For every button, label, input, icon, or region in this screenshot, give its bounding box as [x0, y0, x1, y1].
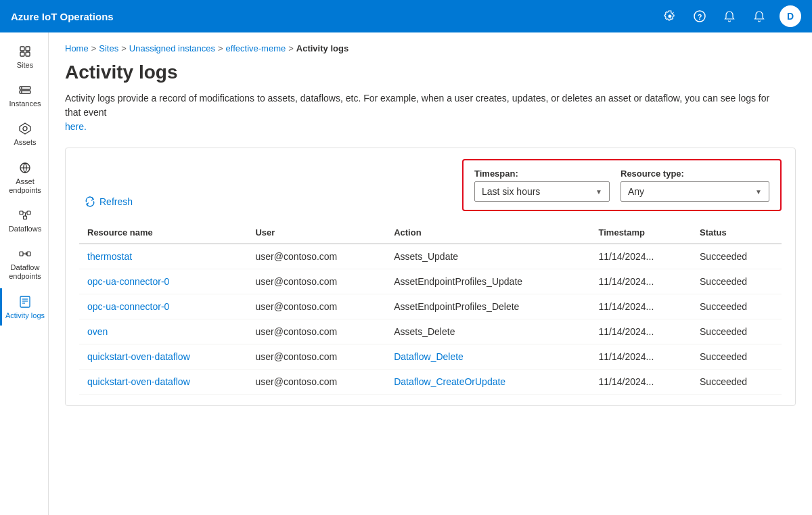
- cell-resource-name: oven: [79, 319, 247, 344]
- notification-silent-icon[interactable]: [720, 7, 739, 26]
- activity-log-table: Resource name User Action Timestamp Stat…: [79, 222, 782, 395]
- resource-name-link[interactable]: opc-ua-connector-0: [87, 301, 169, 312]
- cell-user: user@contoso.com: [247, 294, 386, 319]
- cell-resource-name: quickstart-oven-dataflow: [79, 370, 247, 395]
- timespan-chevron-icon: ▼: [595, 188, 602, 196]
- cell-action: AssetEndpointProfiles_Update: [386, 269, 590, 294]
- cell-resource-name: thermostat: [79, 244, 247, 269]
- resource-name-link[interactable]: quickstart-oven-dataflow: [87, 351, 190, 362]
- table-row: thermostat user@contoso.com Assets_Updat…: [79, 244, 782, 269]
- sidebar-item-dataflows-label: Dataflows: [9, 225, 41, 233]
- cell-timestamp: 11/14/2024...: [591, 244, 692, 269]
- cell-status: Succeeded: [692, 244, 782, 269]
- timespan-label: Timespan:: [474, 169, 610, 179]
- cell-resource-name: quickstart-oven-dataflow: [79, 344, 247, 370]
- resource-type-select[interactable]: Any ▼: [621, 181, 769, 202]
- svg-marker-10: [20, 123, 30, 134]
- breadcrumb-sep-2: >: [121, 43, 127, 53]
- cell-status: Succeeded: [692, 319, 782, 344]
- resource-type-chevron-icon: ▼: [755, 188, 762, 196]
- help-icon[interactable]: ?: [690, 7, 709, 26]
- table-row: oven user@contoso.com Assets_Delete 11/1…: [79, 319, 782, 344]
- main-layout: Sites Instances Assets: [0, 32, 812, 515]
- activity-logs-icon: [17, 294, 33, 310]
- cell-status: Succeeded: [692, 269, 782, 294]
- sidebar-item-instances-label: Instances: [9, 99, 41, 108]
- cell-resource-name: opc-ua-connector-0: [79, 294, 247, 319]
- settings-icon[interactable]: [660, 7, 679, 26]
- col-header-action: Action: [386, 222, 590, 244]
- svg-point-11: [23, 127, 27, 131]
- cell-action: Dataflow_CreateOrUpdate: [386, 370, 590, 395]
- svg-rect-19: [20, 296, 30, 307]
- breadcrumb-sep-4: >: [288, 43, 294, 53]
- refresh-icon: [85, 196, 95, 207]
- cell-status: Succeeded: [692, 294, 782, 319]
- page-description-here-link[interactable]: here.: [65, 121, 87, 132]
- resource-name-link[interactable]: opc-ua-connector-0: [87, 276, 169, 287]
- resource-name-link[interactable]: thermostat: [87, 251, 132, 262]
- sidebar-item-dataflows[interactable]: Dataflows: [0, 202, 48, 239]
- cell-timestamp: 11/14/2024...: [591, 344, 692, 370]
- breadcrumb-sites[interactable]: Sites: [99, 43, 118, 53]
- page-description: Activity logs provide a record of modifi…: [65, 91, 782, 134]
- breadcrumb-home[interactable]: Home: [65, 43, 89, 53]
- table-row: opc-ua-connector-0 user@contoso.com Asse…: [79, 269, 782, 294]
- sidebar: Sites Instances Assets: [0, 32, 49, 515]
- cell-status: Succeeded: [692, 344, 782, 370]
- sidebar-item-sites[interactable]: Sites: [0, 38, 48, 75]
- breadcrumb-effective-meme[interactable]: effective-meme: [226, 43, 286, 53]
- col-header-user: User: [247, 222, 386, 244]
- col-header-status: Status: [692, 222, 782, 244]
- cell-user: user@contoso.com: [247, 370, 386, 395]
- svg-text:?: ?: [698, 13, 702, 21]
- dataflow-endpoints-icon: [17, 246, 33, 262]
- svg-rect-17: [20, 252, 23, 256]
- refresh-label: Refresh: [99, 196, 133, 207]
- table-row: opc-ua-connector-0 user@contoso.com Asse…: [79, 294, 782, 319]
- col-header-timestamp: Timestamp: [591, 222, 692, 244]
- breadcrumb: Home > Sites > Unassigned instances > ef…: [65, 43, 796, 53]
- resource-name-link[interactable]: quickstart-oven-dataflow: [87, 376, 190, 387]
- resource-name-link[interactable]: oven: [87, 326, 108, 337]
- refresh-button[interactable]: Refresh: [79, 192, 138, 211]
- sidebar-item-activity-logs[interactable]: Activity logs: [0, 288, 48, 326]
- svg-point-8: [21, 87, 22, 89]
- action-link[interactable]: Dataflow_Delete: [394, 351, 464, 362]
- user-avatar[interactable]: D: [780, 5, 801, 27]
- page-description-text: Activity logs provide a record of modifi…: [65, 93, 769, 118]
- svg-rect-2: [20, 47, 24, 51]
- cell-user: user@contoso.com: [247, 269, 386, 294]
- sidebar-item-activity-logs-label: Activity logs: [5, 311, 45, 320]
- breadcrumb-unassigned-instances[interactable]: Unassigned instances: [129, 43, 215, 53]
- cell-status: Succeeded: [692, 370, 782, 395]
- action-link[interactable]: Dataflow_CreateOrUpdate: [394, 376, 505, 387]
- sidebar-item-assets[interactable]: Assets: [0, 115, 48, 152]
- resource-type-label: Resource type:: [621, 169, 769, 179]
- cell-timestamp: 11/14/2024...: [591, 294, 692, 319]
- svg-rect-14: [20, 211, 23, 215]
- sidebar-item-dataflow-endpoints[interactable]: Dataflow endpoints: [0, 240, 48, 286]
- timespan-select[interactable]: Last six hours ▼: [474, 181, 610, 202]
- cell-action: Assets_Update: [386, 244, 590, 269]
- cell-action: Dataflow_Delete: [386, 344, 590, 370]
- sidebar-item-asset-endpoints[interactable]: Asset endpoints: [0, 154, 48, 200]
- cell-user: user@contoso.com: [247, 244, 386, 269]
- instances-icon: [17, 82, 33, 98]
- sidebar-item-instances[interactable]: Instances: [0, 76, 48, 114]
- resource-type-filter-group: Resource type: Any ▼: [621, 169, 769, 202]
- cell-timestamp: 11/14/2024...: [591, 319, 692, 344]
- asset-endpoints-icon: [17, 160, 33, 176]
- topbar-icons: ? D: [660, 5, 801, 27]
- cell-timestamp: 11/14/2024...: [591, 269, 692, 294]
- table-row: quickstart-oven-dataflow user@contoso.co…: [79, 370, 782, 395]
- bell-icon[interactable]: [750, 7, 769, 26]
- sidebar-item-asset-endpoints-label: Asset endpoints: [5, 177, 45, 195]
- activity-log-card: Refresh Timespan: Last six hours ▼: [65, 148, 796, 406]
- breadcrumb-activity-logs: Activity logs: [296, 43, 348, 53]
- col-header-resource-name: Resource name: [79, 222, 247, 244]
- table-header-row: Resource name User Action Timestamp Stat…: [79, 222, 782, 244]
- svg-point-9: [21, 91, 22, 93]
- sidebar-item-assets-label: Assets: [14, 138, 36, 147]
- sidebar-item-dataflow-endpoints-label: Dataflow endpoints: [5, 263, 45, 281]
